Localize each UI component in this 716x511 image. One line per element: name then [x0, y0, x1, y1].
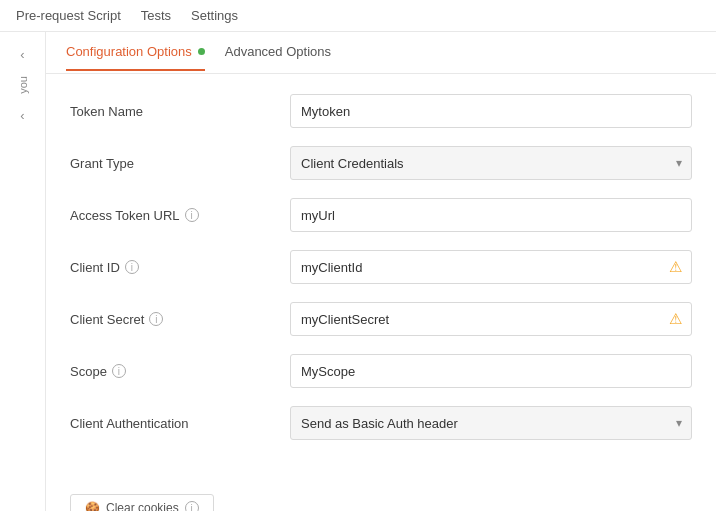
top-nav-pre-request-script[interactable]: Pre-request Script: [16, 0, 121, 31]
main-area: ‹ you ‹ Configuration Options Advanced O…: [0, 32, 716, 511]
grant-type-select[interactable]: Client Credentials Authorization Code Im…: [290, 146, 692, 180]
access-token-url-input[interactable]: [290, 198, 692, 232]
token-name-row: Token Name: [70, 94, 692, 128]
top-nav-tests[interactable]: Tests: [141, 0, 171, 31]
client-secret-input-wrapper: ⚠: [290, 302, 692, 336]
clear-cookies-button[interactable]: 🍪 Clear cookies i: [70, 494, 214, 511]
scope-input-wrapper: [290, 354, 692, 388]
token-name-input[interactable]: [290, 94, 692, 128]
sidebar-collapse-arrow-1[interactable]: ‹: [11, 42, 35, 66]
client-secret-info-icon[interactable]: i: [149, 312, 163, 326]
tab-advanced-label: Advanced Options: [225, 44, 331, 59]
client-id-warning-icon: ⚠: [669, 258, 682, 276]
client-auth-label: Client Authentication: [70, 416, 290, 431]
tab-configuration-label: Configuration Options: [66, 44, 192, 59]
client-auth-select[interactable]: Send as Basic Auth header Send as Body: [290, 406, 692, 440]
form-area: Token Name Grant Type Client Credentials…: [46, 74, 716, 478]
grant-type-label: Grant Type: [70, 156, 290, 171]
grant-type-select-wrapper: Client Credentials Authorization Code Im…: [290, 146, 692, 180]
scope-info-icon[interactable]: i: [112, 364, 126, 378]
top-nav-settings[interactable]: Settings: [191, 0, 238, 31]
tab-advanced-options[interactable]: Advanced Options: [225, 34, 331, 71]
token-name-label: Token Name: [70, 104, 290, 119]
grant-type-row: Grant Type Client Credentials Authorizat…: [70, 146, 692, 180]
client-id-label: Client ID i: [70, 260, 290, 275]
token-name-input-wrapper: [290, 94, 692, 128]
sidebar-collapse-arrow-2[interactable]: ‹: [11, 104, 35, 128]
tabs-bar: Configuration Options Advanced Options: [46, 32, 716, 74]
client-auth-select-wrapper: Send as Basic Auth header Send as Body ▾: [290, 406, 692, 440]
configuration-status-dot: [198, 48, 205, 55]
scope-label: Scope i: [70, 364, 290, 379]
access-token-url-input-wrapper: [290, 198, 692, 232]
scope-row: Scope i: [70, 354, 692, 388]
client-auth-row: Client Authentication Send as Basic Auth…: [70, 406, 692, 440]
client-id-input-wrapper: ⚠: [290, 250, 692, 284]
sidebar-label-you: you: [17, 76, 29, 94]
access-token-url-row: Access Token URL i: [70, 198, 692, 232]
tab-configuration-options[interactable]: Configuration Options: [66, 34, 205, 71]
client-secret-warning-icon: ⚠: [669, 310, 682, 328]
clear-cookies-label: Clear cookies: [106, 501, 179, 511]
client-id-row: Client ID i ⚠: [70, 250, 692, 284]
access-token-url-label: Access Token URL i: [70, 208, 290, 223]
scope-input[interactable]: [290, 354, 692, 388]
client-id-info-icon[interactable]: i: [125, 260, 139, 274]
client-id-input[interactable]: [290, 250, 692, 284]
clear-cookies-info-icon[interactable]: i: [185, 501, 199, 511]
cookie-icon: 🍪: [85, 501, 100, 511]
top-navigation: Pre-request Script Tests Settings: [0, 0, 716, 32]
access-token-url-info-icon[interactable]: i: [185, 208, 199, 222]
content-area: Configuration Options Advanced Options T…: [46, 32, 716, 511]
client-secret-input[interactable]: [290, 302, 692, 336]
bottom-actions: 🍪 Clear cookies i Get New Access Token: [46, 478, 716, 511]
left-sidebar: ‹ you ‹: [0, 32, 46, 511]
client-secret-label: Client Secret i: [70, 312, 290, 327]
client-secret-row: Client Secret i ⚠: [70, 302, 692, 336]
